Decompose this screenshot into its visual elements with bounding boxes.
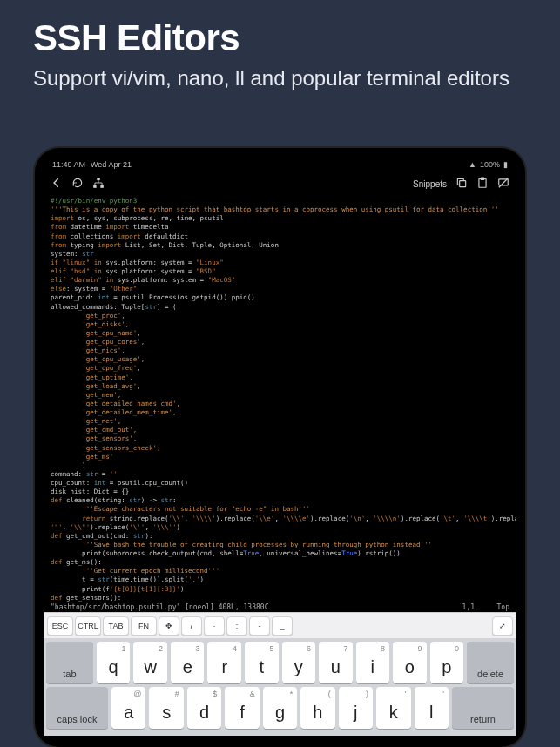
app-toolbar: Snippets <box>44 172 516 195</box>
assist-glyph[interactable]: _ <box>272 616 293 636</box>
key-a[interactable]: @a <box>111 687 145 729</box>
assist-glyph[interactable]: / <box>181 616 202 636</box>
screen-off-icon[interactable] <box>497 177 509 192</box>
status-date: Wed Apr 21 <box>91 160 132 169</box>
assist-key-esc[interactable]: ESC <box>47 616 73 636</box>
snippets-button[interactable]: Snippets <box>413 179 447 189</box>
delete-key[interactable]: delete <box>467 642 514 683</box>
key-e[interactable]: 3e <box>171 642 205 683</box>
assist-key-tab[interactable]: TAB <box>103 616 129 636</box>
paste-icon[interactable] <box>476 177 489 192</box>
key-p[interactable]: 0p <box>430 642 464 683</box>
expand-keyboard-icon[interactable]: ⤢ <box>492 616 513 636</box>
return-key[interactable]: return <box>452 687 514 729</box>
svg-rect-3 <box>460 180 466 186</box>
key-j[interactable]: )j <box>339 687 373 729</box>
assist-glyph[interactable]: · <box>204 616 225 636</box>
key-d[interactable]: $d <box>187 687 221 729</box>
key-u[interactable]: 7u <box>319 642 353 683</box>
capslock-key[interactable]: caps lock <box>46 687 108 729</box>
back-icon[interactable] <box>51 177 63 192</box>
assist-glyph[interactable]: ✥ <box>159 616 179 636</box>
key-q[interactable]: 1q <box>97 642 131 683</box>
assist-glyph[interactable]: - <box>249 616 270 636</box>
assist-glyph[interactable]: : <box>226 616 247 636</box>
key-o[interactable]: 9o <box>393 642 427 683</box>
tablet-frame: 11:49 AM Wed Apr 21 ▲ 100% ▮ <box>35 148 525 747</box>
copy-icon[interactable] <box>455 177 468 192</box>
tab-key[interactable]: tab <box>46 642 93 683</box>
key-w[interactable]: 2w <box>133 642 167 683</box>
key-i[interactable]: 8i <box>356 642 390 683</box>
key-t[interactable]: 5t <box>245 642 279 683</box>
assist-key-ctrl[interactable]: CTRL <box>75 616 101 636</box>
status-bar: 11:49 AM Wed Apr 21 ▲ 100% ▮ <box>44 157 516 172</box>
sitemap-icon[interactable] <box>92 177 105 192</box>
battery-icon: ▮ <box>503 160 508 169</box>
svg-rect-0 <box>97 178 100 180</box>
key-k[interactable]: 'k <box>376 687 410 729</box>
code-editor[interactable]: #!/usr/bin/env python3'''This is a copy … <box>44 195 516 602</box>
key-l[interactable]: "l <box>415 687 449 729</box>
svg-rect-2 <box>100 185 104 187</box>
hero-title: SSH Editors <box>33 17 527 59</box>
soft-keyboard: tab1q2w3e4r5t6y7u8i9o0pdelete caps lock@… <box>44 638 516 736</box>
vim-status-line: "bashtop/src/bashtop.psutil.py" [noeol] … <box>44 602 516 612</box>
hero-subtitle: Support vi/vim, nano, ll and popular ter… <box>33 64 527 91</box>
refresh-icon[interactable] <box>71 177 84 192</box>
battery-pct: 100% <box>480 160 500 169</box>
key-f[interactable]: &f <box>225 687 259 729</box>
svg-rect-1 <box>93 185 97 187</box>
keyboard-assist-row: ESCCTRLTABFN ✥/·:-_ ⤢ <box>44 612 516 638</box>
assist-key-fn[interactable]: FN <box>131 616 157 636</box>
key-g[interactable]: *g <box>263 687 297 729</box>
vim-cursor-pos: 1,1 <box>422 603 475 611</box>
wifi-icon: ▲ <box>469 160 476 169</box>
key-s[interactable]: #s <box>149 687 183 729</box>
key-y[interactable]: 6y <box>282 642 316 683</box>
vim-scroll-pos: Top <box>475 603 509 611</box>
key-h[interactable]: (h <box>300 687 334 729</box>
key-r[interactable]: 4r <box>207 642 241 683</box>
vim-file-info: "bashtop/src/bashtop.psutil.py" [noeol] … <box>51 603 422 611</box>
tablet-screen: 11:49 AM Wed Apr 21 ▲ 100% ▮ <box>44 157 516 738</box>
status-time: 11:49 AM <box>52 160 85 169</box>
